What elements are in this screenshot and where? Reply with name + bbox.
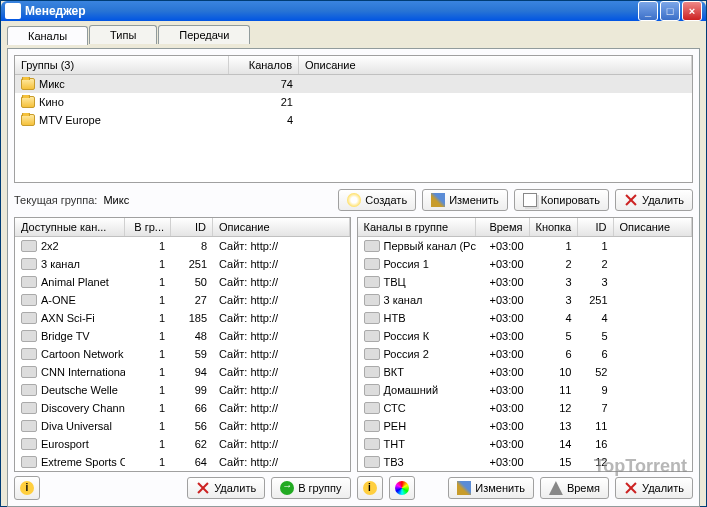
- available-channels-grid: Доступные кан... В гр... ID Описание 2x2…: [14, 217, 351, 472]
- to-group-button[interactable]: В группу: [271, 477, 350, 499]
- group-row[interactable]: Микс74: [15, 75, 692, 93]
- copy-icon: [523, 193, 537, 207]
- current-group-label: Текущая группа:: [14, 194, 97, 206]
- channel-icon: [21, 276, 37, 288]
- delete-icon: [624, 193, 638, 207]
- delete-button[interactable]: Удалить: [615, 189, 693, 211]
- available-channel-row[interactable]: Bridge TV148Сайт: http://: [15, 327, 350, 345]
- col-avail-desc[interactable]: Описание: [213, 218, 350, 236]
- col-group-channels[interactable]: Каналов: [229, 56, 299, 74]
- info-icon: i: [20, 481, 34, 495]
- col-grp-time[interactable]: Время: [476, 218, 530, 236]
- clock-icon: [549, 481, 563, 495]
- channel-icon: [21, 366, 37, 378]
- available-channel-row[interactable]: 3 канал1251Сайт: http://: [15, 255, 350, 273]
- col-group-desc[interactable]: Описание: [299, 56, 692, 74]
- minimize-button[interactable]: _: [638, 1, 658, 21]
- group-channel-row[interactable]: НТВ+03:0044: [358, 309, 693, 327]
- available-channel-row[interactable]: Extreme Sports Ch164Сайт: http://: [15, 453, 350, 471]
- group-channel-row[interactable]: РЕН+03:001311: [358, 417, 693, 435]
- edit-group-channel-button[interactable]: Изменить: [448, 477, 534, 499]
- col-avail-name[interactable]: Доступные кан...: [15, 218, 125, 236]
- channel-icon: [21, 420, 37, 432]
- close-button[interactable]: ×: [682, 1, 702, 21]
- channel-icon: [21, 312, 37, 324]
- groups-grid: Группы (3) Каналов Описание Микс74Кино21…: [14, 55, 693, 183]
- group-channel-row[interactable]: Домашний+03:00119: [358, 381, 693, 399]
- group-channel-row[interactable]: ТВ3+03:001512: [358, 453, 693, 471]
- channel-icon: [21, 258, 37, 270]
- manager-window: Менеджер _ □ × Каналы Типы Передачи Груп…: [0, 0, 707, 507]
- time-button[interactable]: Время: [540, 477, 609, 499]
- group-channel-row[interactable]: Россия 2+03:0066: [358, 345, 693, 363]
- info-button-right[interactable]: i: [357, 476, 383, 500]
- delete-avail-button[interactable]: Удалить: [187, 477, 265, 499]
- tab-channels[interactable]: Каналы: [7, 26, 88, 45]
- available-channel-row[interactable]: CNN International194Сайт: http://: [15, 363, 350, 381]
- group-channels-grid: Каналы в группе Время Кнопка ID Описание…: [357, 217, 694, 472]
- app-icon: [5, 3, 21, 19]
- available-channel-row[interactable]: 2x218Сайт: http://: [15, 237, 350, 255]
- tab-programs[interactable]: Передачи: [158, 25, 250, 44]
- folder-icon: [21, 114, 35, 126]
- channel-icon: [364, 348, 380, 360]
- maximize-button[interactable]: □: [660, 1, 680, 21]
- channel-icon: [364, 258, 380, 270]
- group-row[interactable]: Кино21: [15, 93, 692, 111]
- available-channel-row[interactable]: Cartoon Network159Сайт: http://: [15, 345, 350, 363]
- group-row[interactable]: MTV Europe4: [15, 111, 692, 129]
- col-group-name[interactable]: Группы (3): [15, 56, 229, 74]
- pencil-icon: [457, 481, 471, 495]
- channel-icon: [364, 240, 380, 252]
- delete-group-channel-button[interactable]: Удалить: [615, 477, 693, 499]
- channel-icon: [364, 366, 380, 378]
- group-channel-row[interactable]: ВКТ+03:001052: [358, 363, 693, 381]
- group-channel-row[interactable]: Россия К+03:0055: [358, 327, 693, 345]
- color-button[interactable]: [389, 476, 415, 500]
- col-avail-id[interactable]: ID: [171, 218, 213, 236]
- group-channel-row[interactable]: Первый канал (Рс+03:0011: [358, 237, 693, 255]
- copy-button[interactable]: Копировать: [514, 189, 609, 211]
- folder-icon: [21, 78, 35, 90]
- available-channel-row[interactable]: Animal Planet150Сайт: http://: [15, 273, 350, 291]
- edit-button[interactable]: Изменить: [422, 189, 508, 211]
- delete-icon: [624, 481, 638, 495]
- group-channel-row[interactable]: ТНТ+03:001416: [358, 435, 693, 453]
- group-channel-row[interactable]: СТС+03:00127: [358, 399, 693, 417]
- available-channel-row[interactable]: Discovery Channel166Сайт: http://: [15, 399, 350, 417]
- pencil-icon: [431, 193, 445, 207]
- channel-icon: [21, 330, 37, 342]
- sun-icon: [347, 193, 361, 207]
- group-channel-row[interactable]: ТВЦ+03:0033: [358, 273, 693, 291]
- col-grp-name[interactable]: Каналы в группе: [358, 218, 476, 236]
- channel-icon: [21, 348, 37, 360]
- available-channel-row[interactable]: Diva Universal156Сайт: http://: [15, 417, 350, 435]
- create-button[interactable]: Создать: [338, 189, 416, 211]
- channel-icon: [364, 330, 380, 342]
- available-channel-row[interactable]: Deutsche Welle199Сайт: http://: [15, 381, 350, 399]
- col-grp-desc[interactable]: Описание: [614, 218, 693, 236]
- info-button-left[interactable]: i: [14, 476, 40, 500]
- group-channel-row[interactable]: Россия 1+03:0022: [358, 255, 693, 273]
- channel-icon: [21, 240, 37, 252]
- col-grp-id[interactable]: ID: [578, 218, 614, 236]
- channel-icon: [21, 384, 37, 396]
- channel-icon: [21, 438, 37, 450]
- channel-icon: [364, 312, 380, 324]
- tab-types[interactable]: Типы: [89, 25, 157, 44]
- available-channel-row[interactable]: Eurosport162Сайт: http://: [15, 435, 350, 453]
- available-channel-row[interactable]: A-ONE127Сайт: http://: [15, 291, 350, 309]
- tabs: Каналы Типы Передачи: [7, 25, 700, 44]
- current-group-value: Микс: [103, 194, 129, 206]
- col-avail-grp[interactable]: В гр...: [125, 218, 171, 236]
- channel-icon: [364, 456, 380, 468]
- channel-icon: [364, 384, 380, 396]
- available-channel-row[interactable]: AXN Sci-Fi1185Сайт: http://: [15, 309, 350, 327]
- folder-icon: [21, 96, 35, 108]
- delete-icon: [196, 481, 210, 495]
- group-channel-row[interactable]: 3 канал+03:003251: [358, 291, 693, 309]
- channel-icon: [364, 294, 380, 306]
- titlebar: Менеджер _ □ ×: [1, 1, 706, 21]
- channel-icon: [21, 456, 37, 468]
- col-grp-btn[interactable]: Кнопка: [530, 218, 578, 236]
